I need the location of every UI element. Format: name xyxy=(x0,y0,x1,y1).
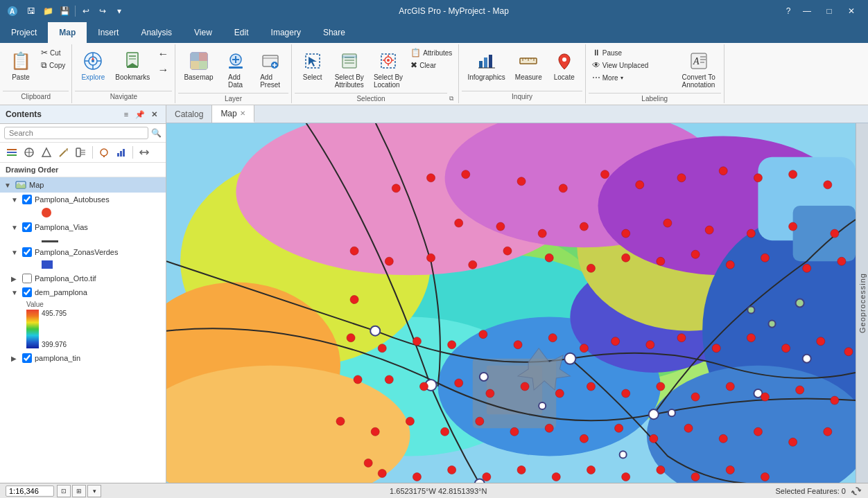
layer-item-dem[interactable]: ▼ dem_pamplona xyxy=(0,285,166,299)
close-button[interactable]: ✕ xyxy=(840,0,862,22)
map-canvas[interactable] xyxy=(166,123,856,483)
back-button[interactable]: ← xyxy=(155,47,171,61)
svg-point-166 xyxy=(650,434,658,443)
layer-item-vias[interactable]: ▼ Pamplona_Vias xyxy=(0,220,166,234)
layer-item-orto[interactable]: ▶ Pamplona_Orto.tif xyxy=(0,272,166,285)
cut-button[interactable]: ✂ Cut xyxy=(39,47,67,58)
map-tab-close[interactable]: ✕ xyxy=(240,109,245,117)
list-by-snapping-btn[interactable] xyxy=(39,145,54,160)
layer-item-autobuses[interactable]: ▼ Pamplona_Autobuses xyxy=(0,193,166,206)
copy-button[interactable]: ⧉ Copy xyxy=(39,60,67,71)
minimize-button[interactable]: — xyxy=(796,0,818,22)
qat-open[interactable]: 📁 xyxy=(40,3,55,19)
svg-point-149 xyxy=(611,337,620,346)
dem-checkbox[interactable] xyxy=(22,287,32,297)
tin-checkbox[interactable] xyxy=(22,353,32,363)
catalog-tab[interactable]: Catalog xyxy=(166,105,212,123)
layer-item-map[interactable]: ▼ Map xyxy=(0,177,166,193)
svg-point-120 xyxy=(601,170,609,179)
infographics-button[interactable]: Infographics xyxy=(463,47,509,84)
forward-button[interactable]: → xyxy=(155,63,171,77)
qat-new[interactable]: 🖫 xyxy=(24,3,39,19)
qat-redo[interactable]: ↪ xyxy=(95,3,110,19)
pause-button[interactable]: ⏸ Pause xyxy=(590,47,677,58)
layer-item-zonas[interactable]: ▼ Pamplona_ZonasVerdes xyxy=(0,245,166,259)
svg-point-148 xyxy=(580,344,588,353)
bookmarks-button[interactable]: Bookmarks xyxy=(111,47,154,84)
svg-point-113 xyxy=(768,321,775,328)
vias-checkbox[interactable] xyxy=(22,222,32,232)
maximize-button[interactable]: □ xyxy=(818,0,840,22)
paint-btn[interactable] xyxy=(96,145,112,160)
tab-imagery[interactable]: Imagery xyxy=(260,22,312,43)
collapse-btn[interactable] xyxy=(137,145,152,160)
select-by-location-button[interactable]: Select ByLocation xyxy=(370,47,407,91)
view-unplaced-button[interactable]: 👁 View Unplaced xyxy=(590,60,677,71)
select-by-attributes-button[interactable]: Select ByAttributes xyxy=(331,47,368,91)
tab-project[interactable]: Project xyxy=(0,22,48,43)
list-by-source-btn[interactable] xyxy=(21,145,37,160)
convert-to-annotation-icon: A xyxy=(688,50,710,72)
search-input[interactable] xyxy=(4,127,148,139)
qat-undo[interactable]: ↩ xyxy=(78,3,94,19)
refresh-button[interactable] xyxy=(850,485,862,497)
svg-point-181 xyxy=(705,226,713,234)
tab-map[interactable]: Map xyxy=(48,22,87,43)
svg-point-180 xyxy=(663,219,672,227)
clear-button[interactable]: ✖ Clear xyxy=(408,60,454,71)
svg-point-141 xyxy=(347,334,355,342)
svg-point-52 xyxy=(562,57,566,62)
svg-point-138 xyxy=(761,254,769,262)
tab-analysis[interactable]: Analysis xyxy=(130,22,183,43)
zonas-checkbox[interactable] xyxy=(22,247,32,257)
zonas-rect-symbol xyxy=(42,260,53,269)
list-by-editing-btn[interactable] xyxy=(56,145,71,160)
layer-item-tin[interactable]: ▶ pamplona_tin xyxy=(0,351,166,365)
list-by-comparison-btn[interactable] xyxy=(73,145,89,160)
tab-insert[interactable]: Insert xyxy=(87,22,130,43)
locate-button[interactable]: Locate xyxy=(548,47,581,84)
basemap-button[interactable]: Basemap xyxy=(180,47,217,84)
selection-expand[interactable]: ⧉ xyxy=(447,94,455,103)
svg-point-118 xyxy=(517,177,526,186)
orto-checkbox[interactable] xyxy=(22,274,32,283)
geoprocessing-panel[interactable]: Geoprocessing xyxy=(856,123,868,483)
svg-point-188 xyxy=(486,389,494,398)
qat-dropdown[interactable]: ▾ xyxy=(112,3,127,19)
scale-grid[interactable]: ⊞ xyxy=(72,485,86,497)
qat-save[interactable]: 💾 xyxy=(57,3,72,19)
svg-point-144 xyxy=(448,341,456,349)
attributes-button[interactable]: 📋 Attributes xyxy=(408,47,454,58)
autobuses-checkbox[interactable] xyxy=(22,195,32,204)
svg-point-154 xyxy=(782,344,790,353)
convert-to-annotation-button[interactable]: A Convert ToAnnotation xyxy=(678,47,720,91)
list-by-drawing-order-btn[interactable] xyxy=(4,145,19,160)
dem-expander: ▼ xyxy=(11,289,19,296)
add-preset-button[interactable]: AddPreset xyxy=(254,47,287,91)
panel-close-icon[interactable]: ✕ xyxy=(148,108,160,121)
dem-gradient-bar xyxy=(26,310,39,348)
help-button[interactable]: ? xyxy=(781,3,796,19)
tab-share[interactable]: Share xyxy=(312,22,356,43)
chart-btn[interactable] xyxy=(114,145,129,160)
panel-filter-icon[interactable]: ≡ xyxy=(120,108,132,121)
svg-point-114 xyxy=(747,307,754,314)
scale-zoom-extent[interactable]: ⊡ xyxy=(57,485,71,497)
scale-more[interactable]: ▾ xyxy=(87,485,101,497)
selection-group: Select Select ByAttributes xyxy=(292,44,460,103)
tab-view[interactable]: View xyxy=(183,22,223,43)
map-tab[interactable]: Map ✕ xyxy=(212,105,254,123)
ribbon: Project Map Insert Analysis View Edit Im… xyxy=(0,22,868,106)
paste-button[interactable]: 📋 Paste xyxy=(4,47,37,84)
dem-legend: Value 495.795 399.976 xyxy=(0,299,166,351)
measure-button[interactable]: Measure xyxy=(511,47,546,84)
add-data-button[interactable]: AddData xyxy=(219,47,252,91)
select-by-attributes-icon xyxy=(338,50,361,72)
svg-rect-73 xyxy=(117,153,119,157)
tab-edit[interactable]: Edit xyxy=(223,22,260,43)
explore-button[interactable]: Explore xyxy=(76,47,110,84)
panel-pin-icon[interactable]: 📌 xyxy=(134,108,146,121)
select-button[interactable]: Select xyxy=(296,47,329,84)
more-button[interactable]: ⋯ More ▾ xyxy=(590,72,677,83)
scale-input[interactable] xyxy=(6,486,54,497)
